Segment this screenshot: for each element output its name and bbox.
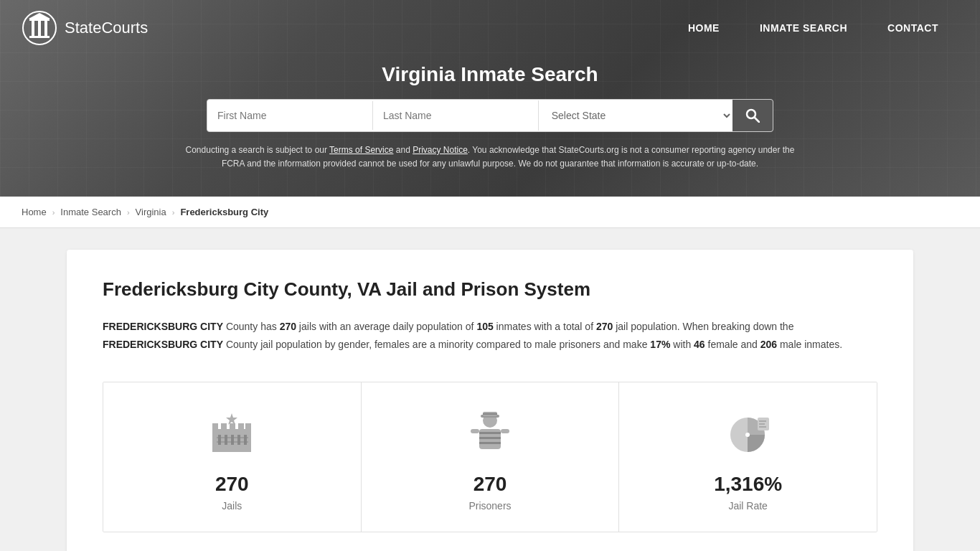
logo-link[interactable]: StateCourts <box>22 10 148 46</box>
svg-point-34 <box>745 433 750 437</box>
nav-links: HOME INMATE SEARCH CONTACT <box>668 0 958 56</box>
terms-link[interactable]: Terms of Service <box>329 145 393 155</box>
nav-inmate-search[interactable]: INMATE SEARCH <box>740 0 867 56</box>
stat-jails: 270 Jails <box>103 382 362 532</box>
svg-rect-11 <box>221 423 227 432</box>
hero-title: Virginia Inmate Search <box>0 63 980 86</box>
svg-rect-18 <box>237 435 240 445</box>
search-bar: Select State Virginia California Texas F… <box>207 99 773 132</box>
svg-rect-14 <box>245 423 251 432</box>
breadcrumb-sep-3: › <box>172 208 175 217</box>
svg-line-8 <box>755 118 759 122</box>
avg-pop-inline: 105 <box>476 321 493 332</box>
jail-rate-icon <box>720 404 777 461</box>
search-icon <box>745 108 760 123</box>
breadcrumb-home[interactable]: Home <box>22 207 47 217</box>
svg-rect-17 <box>231 435 234 445</box>
hero-content: Virginia Inmate Search Select State Virg… <box>0 56 980 197</box>
jails-number: 270 <box>215 473 249 496</box>
svg-rect-13 <box>238 423 244 432</box>
total-pop-inline: 270 <box>596 321 613 332</box>
svg-rect-19 <box>244 435 247 445</box>
breadcrumb-current: Fredericksburg City <box>180 207 268 217</box>
last-name-input[interactable] <box>373 101 538 130</box>
content-card: Fredericksburg City County, VA Jail and … <box>67 250 913 551</box>
nav-home[interactable]: HOME <box>668 0 740 56</box>
svg-rect-26 <box>483 413 497 415</box>
svg-rect-38 <box>759 426 766 428</box>
breadcrumb-inmate-search[interactable]: Inmate Search <box>60 207 121 217</box>
svg-rect-30 <box>479 442 501 444</box>
prisoners-number: 270 <box>473 473 507 496</box>
stat-prisoners: 270 Prisoners <box>362 382 620 532</box>
svg-rect-31 <box>471 429 479 433</box>
hero-section: StateCourts HOME INMATE SEARCH CONTACT V… <box>0 0 980 197</box>
svg-rect-10 <box>212 423 218 432</box>
male-count-inline: 206 <box>760 339 777 350</box>
svg-rect-15 <box>218 435 221 445</box>
jails-icon <box>203 404 260 461</box>
jails-label: Jails <box>222 500 242 512</box>
search-button[interactable] <box>732 100 773 131</box>
svg-rect-20 <box>217 437 248 438</box>
content-title: Fredericksburg City County, VA Jail and … <box>103 278 877 301</box>
svg-rect-12 <box>230 423 235 432</box>
state-select[interactable]: Select State Virginia California Texas F… <box>538 100 732 131</box>
svg-rect-21 <box>217 441 248 443</box>
svg-rect-29 <box>479 437 501 439</box>
county-name-2: FREDERICKSBURG CITY <box>103 339 223 350</box>
county-name-1: FREDERICKSBURG CITY <box>103 321 223 332</box>
svg-marker-22 <box>226 413 237 425</box>
main-content: Fredericksburg City County, VA Jail and … <box>0 228 980 551</box>
female-count-inline: 46 <box>694 339 705 350</box>
jails-count-inline: 270 <box>280 321 296 332</box>
stat-jail-rate: 1,316% Jail Rate <box>619 382 877 532</box>
svg-rect-5 <box>44 21 47 36</box>
svg-rect-3 <box>32 21 34 36</box>
logo-text: StateCourts <box>65 19 148 37</box>
content-description: FREDERICKSBURG CITY County has 270 jails… <box>103 318 877 353</box>
svg-rect-2 <box>29 19 50 21</box>
breadcrumb: Home › Inmate Search › Virginia › Freder… <box>0 197 980 228</box>
jail-rate-label: Jail Rate <box>728 500 767 512</box>
breadcrumb-sep-2: › <box>127 208 130 217</box>
svg-rect-37 <box>759 423 765 425</box>
svg-rect-36 <box>759 420 766 422</box>
prisoners-icon <box>461 404 519 461</box>
female-pct-inline: 17% <box>650 339 670 350</box>
navbar: StateCourts HOME INMATE SEARCH CONTACT <box>0 0 980 56</box>
breadcrumb-virginia[interactable]: Virginia <box>136 207 166 217</box>
jail-rate-number: 1,316% <box>714 473 782 496</box>
first-name-input[interactable] <box>207 101 373 130</box>
stats-row: 270 Jails <box>103 382 877 532</box>
breadcrumb-sep-1: › <box>52 208 55 217</box>
svg-rect-16 <box>225 435 227 445</box>
nav-contact[interactable]: CONTACT <box>867 0 958 56</box>
svg-rect-32 <box>501 429 509 433</box>
logo-icon <box>22 10 57 46</box>
hero-disclaimer: Conducting a search is subject to our Te… <box>167 143 813 182</box>
privacy-link[interactable]: Privacy Notice <box>413 145 468 155</box>
prisoners-label: Prisoners <box>468 500 511 512</box>
svg-rect-28 <box>479 432 501 434</box>
svg-rect-1 <box>29 36 50 38</box>
svg-rect-4 <box>38 21 41 36</box>
